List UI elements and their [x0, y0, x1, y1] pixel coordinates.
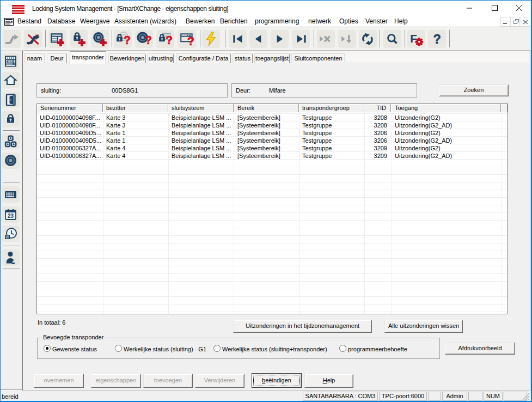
- svg-text:?: ?: [187, 34, 194, 46]
- svg-text:?: ?: [124, 33, 131, 46]
- svg-text:?: ?: [145, 33, 152, 46]
- svg-text:?: ?: [433, 32, 441, 46]
- svg-text:?: ?: [166, 33, 173, 46]
- svg-text:F: F: [410, 32, 417, 45]
- svg-text:23: 23: [8, 213, 14, 219]
